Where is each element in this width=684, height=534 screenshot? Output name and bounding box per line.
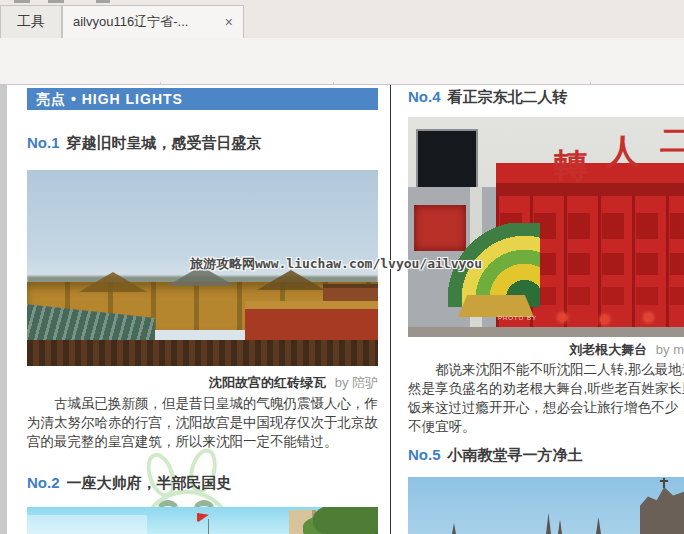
church-spire	[596, 517, 601, 534]
foreground-roof	[27, 340, 378, 366]
sign-character: 轉	[554, 143, 588, 189]
red-lantern	[600, 315, 609, 324]
caption-title: 沈阳故宫的红砖绿瓦	[209, 375, 326, 390]
photo1-caption: 沈阳故宫的红砖绿瓦 by 陪驴	[27, 374, 378, 392]
south-cathedral-photo	[408, 477, 684, 534]
menu-artifact	[14, 0, 30, 3]
cross	[663, 478, 665, 488]
section-title: 一座大帅府，半部民国史	[67, 474, 232, 491]
red-lantern	[644, 313, 653, 322]
pdf-reader-window: 工具 ailvyou116辽宁省-... ×	[0, 0, 684, 534]
photo4-caption: 刘老根大舞台 by m	[408, 341, 684, 359]
section4-body-line: 然是享负盛名的劝老根大舞台,听些老百姓家长里短的	[408, 379, 684, 398]
column-divider	[390, 85, 391, 534]
section-number: No.4	[408, 88, 441, 105]
page-margin	[0, 85, 7, 534]
sign-character: 二	[660, 121, 684, 162]
section-title: 看正宗东北二人转	[448, 88, 568, 105]
section4-body-line: 都说来沈阳不能不听沈阳二人转,那么最地道的去处	[408, 360, 684, 379]
site-watermark: 旅游攻略网www.liuchaw.com/lvyou/ailvyou	[190, 255, 482, 273]
church-spire	[558, 519, 562, 534]
roof-gable	[257, 270, 325, 290]
sky-haze	[27, 515, 147, 534]
church-spire	[452, 523, 456, 534]
caption-title: 刘老根大舞台	[569, 342, 647, 357]
tab-tools-label: 工具	[17, 13, 45, 31]
tab-document-label: ailvyou116辽宁省-...	[73, 13, 217, 31]
toolbar: / 14 99.1%	[0, 38, 684, 85]
section-number: No.5	[408, 446, 441, 463]
sign-character: 人	[606, 129, 640, 175]
photo-credit: PHOTO BY	[498, 315, 537, 321]
marshal-mansion-photo	[27, 507, 378, 534]
caption-author: by m	[656, 342, 684, 357]
highlights-banner: 亮点 • HIGH LIGHTS	[27, 88, 378, 110]
church-spire	[546, 513, 551, 534]
section-heading-no2: No.2一座大帅府，半部民国史	[27, 474, 232, 493]
menu-artifact	[48, 0, 64, 3]
section-number: No.1	[27, 134, 60, 151]
golden-roof	[458, 295, 534, 317]
caption-author: by 陪驴	[335, 375, 378, 390]
menu-artifact	[96, 0, 110, 3]
liulaogen-stage-photo: 轉 人 二 PHOTO BY	[408, 117, 684, 337]
red-lantern	[558, 313, 567, 322]
tab-document[interactable]: ailvyou116辽宁省-... ×	[62, 5, 244, 38]
section-heading-no5: No.5小南教堂寻一方净土	[408, 446, 583, 465]
tab-bar: 工具 ailvyou116辽宁省-... ×	[0, 0, 684, 38]
document-page: 亮点 • HIGH LIGHTS No.1穿越旧时皇城，感受昔日盛京 沈阳故宫的…	[0, 85, 684, 534]
section1-body: 古城虽已换新颜，但是昔日皇城的气魄仍震慑人心，作为清太努尔哈赤的行宫，沈阳故宫是…	[27, 394, 378, 451]
section-title: 穿越旧时皇城，感受昔日盛京	[67, 134, 262, 151]
wall-coping	[245, 301, 378, 309]
close-icon[interactable]: ×	[225, 15, 233, 29]
section-heading-no4: No.4看正宗东北二人转	[408, 88, 568, 107]
roof-gable	[79, 272, 147, 292]
section4-body-line: 不便宜呀。	[408, 417, 476, 436]
section-number: No.2	[27, 474, 60, 491]
mansion-tower	[289, 510, 316, 534]
flag-pole	[208, 519, 209, 534]
walkway	[408, 327, 684, 337]
scaffold-bar	[496, 183, 684, 196]
trees	[313, 507, 378, 534]
cathedral-tower	[640, 487, 684, 534]
section-title: 小南教堂寻一方净土	[448, 446, 583, 463]
section4-body-line: 饭来这过过瘾开开心，想必会让旅行增色不少，不过	[408, 398, 684, 417]
tab-tools[interactable]: 工具	[0, 5, 62, 38]
section-heading-no1: No.1穿越旧时皇城，感受昔日盛京	[27, 134, 262, 153]
